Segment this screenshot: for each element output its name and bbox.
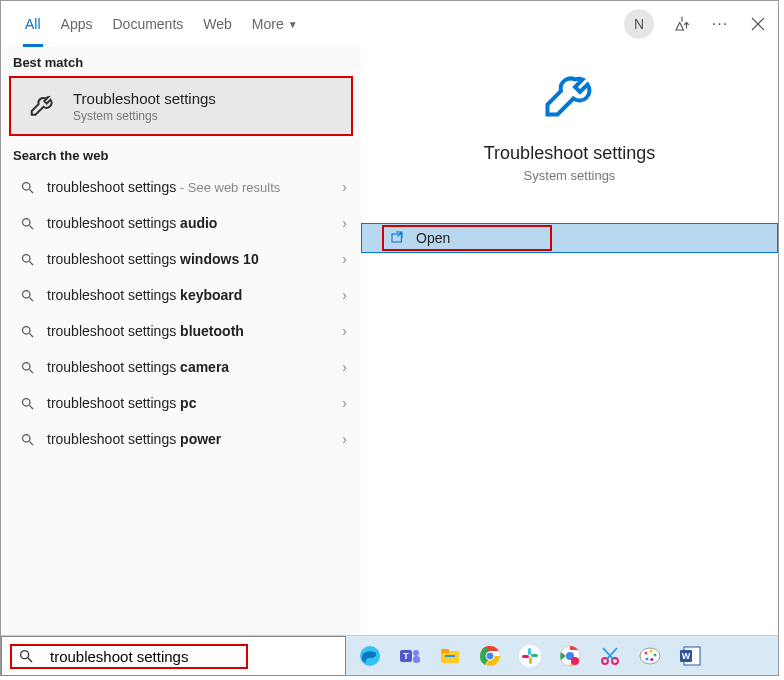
taskbar: T W	[346, 636, 778, 675]
svg-line-3	[29, 189, 33, 193]
taskbar-teams-icon[interactable]: T	[394, 640, 426, 672]
search-icon	[15, 360, 39, 375]
search-box[interactable]	[1, 636, 346, 676]
svg-line-15	[29, 405, 33, 409]
svg-line-13	[29, 369, 33, 373]
preview-panel: Troubleshoot settings System settings Op…	[361, 47, 778, 635]
search-icon	[18, 648, 34, 664]
svg-rect-18	[392, 234, 401, 242]
web-result-item[interactable]: troubleshoot settings power ›	[1, 421, 361, 457]
window-controls: N ···	[624, 9, 768, 39]
chevron-right-icon: ›	[342, 431, 347, 447]
web-result-item[interactable]: troubleshoot settings - See web results …	[1, 169, 361, 205]
search-tabs: All Apps Documents Web More▼ N ···	[1, 1, 778, 47]
web-result-label: troubleshoot settings audio	[47, 215, 342, 231]
svg-point-12	[22, 362, 30, 370]
tab-documents-label: Documents	[112, 16, 183, 32]
tab-web[interactable]: Web	[193, 1, 242, 47]
web-result-item[interactable]: troubleshoot settings bluetooth ›	[1, 313, 361, 349]
user-avatar[interactable]: N	[624, 9, 654, 39]
svg-point-40	[571, 657, 579, 665]
close-icon[interactable]	[748, 14, 768, 34]
tab-apps[interactable]: Apps	[51, 1, 103, 47]
web-result-item[interactable]: troubleshoot settings camera ›	[1, 349, 361, 385]
svg-point-46	[645, 651, 648, 654]
svg-rect-36	[529, 657, 532, 664]
taskbar-edge-icon[interactable]	[354, 640, 386, 672]
tab-all-label: All	[25, 16, 41, 32]
web-result-item[interactable]: troubleshoot settings audio ›	[1, 205, 361, 241]
taskbar-slack-icon[interactable]	[514, 640, 546, 672]
svg-rect-28	[445, 655, 455, 657]
preview-subtitle: System settings	[524, 168, 616, 183]
chevron-right-icon: ›	[342, 359, 347, 375]
taskbar-word-icon[interactable]: W	[674, 640, 706, 672]
best-match-title: Troubleshoot settings	[73, 90, 337, 107]
open-button[interactable]: Open	[361, 223, 778, 253]
best-match-result[interactable]: Troubleshoot settings System settings	[9, 76, 353, 136]
web-result-label: troubleshoot settings windows 10	[47, 251, 342, 267]
tab-more[interactable]: More▼	[242, 1, 308, 47]
taskbar-files-icon[interactable]	[434, 640, 466, 672]
results-panel: Best match Troubleshoot settings System …	[1, 47, 361, 635]
svg-text:T: T	[403, 651, 409, 661]
search-web-heading: Search the web	[1, 140, 361, 169]
web-result-item[interactable]: troubleshoot settings windows 10 ›	[1, 241, 361, 277]
tab-all[interactable]: All	[15, 1, 51, 47]
svg-point-47	[650, 649, 653, 652]
taskbar-paint-icon[interactable]	[634, 640, 666, 672]
web-result-label: troubleshoot settings - See web results	[47, 179, 342, 195]
chevron-right-icon: ›	[342, 251, 347, 267]
tab-documents[interactable]: Documents	[102, 1, 193, 47]
svg-line-5	[29, 225, 33, 229]
search-icon	[15, 216, 39, 231]
web-result-item[interactable]: troubleshoot settings keyboard ›	[1, 277, 361, 313]
web-result-label: troubleshoot settings camera	[47, 359, 342, 375]
svg-text:W: W	[682, 651, 691, 661]
svg-rect-25	[413, 656, 420, 663]
taskbar-chrome2-icon[interactable]	[554, 640, 586, 672]
web-result-item[interactable]: troubleshoot settings pc ›	[1, 385, 361, 421]
svg-point-14	[22, 398, 30, 406]
svg-point-6	[22, 254, 30, 262]
search-icon	[15, 252, 39, 267]
open-label: Open	[416, 230, 450, 246]
taskbar-chrome-icon[interactable]	[474, 640, 506, 672]
preview-title: Troubleshoot settings	[484, 143, 655, 164]
search-icon	[15, 180, 39, 195]
svg-point-19	[21, 651, 29, 659]
svg-rect-27	[441, 649, 449, 653]
search-icon	[15, 432, 39, 447]
chevron-right-icon: ›	[342, 179, 347, 195]
svg-point-16	[22, 434, 30, 442]
tab-web-label: Web	[203, 16, 232, 32]
chevron-right-icon: ›	[342, 287, 347, 303]
user-initial: N	[634, 16, 644, 32]
svg-line-11	[29, 333, 33, 337]
chevron-right-icon: ›	[342, 215, 347, 231]
feedback-icon[interactable]	[672, 14, 692, 34]
tab-more-label: More	[252, 16, 284, 32]
more-options-icon[interactable]: ···	[710, 14, 730, 34]
web-result-label: troubleshoot settings pc	[47, 395, 342, 411]
chevron-right-icon: ›	[342, 395, 347, 411]
best-match-subtitle: System settings	[73, 109, 337, 123]
search-input[interactable]	[50, 648, 240, 665]
svg-rect-35	[531, 654, 538, 657]
svg-point-49	[646, 657, 649, 660]
svg-line-7	[29, 261, 33, 265]
taskbar-snip-icon[interactable]	[594, 640, 626, 672]
chevron-down-icon: ▼	[288, 19, 298, 30]
open-icon	[390, 230, 406, 246]
search-icon	[15, 324, 39, 339]
web-result-label: troubleshoot settings keyboard	[47, 287, 342, 303]
svg-line-20	[28, 658, 32, 662]
wrench-icon	[25, 88, 61, 124]
wrench-icon	[540, 67, 600, 127]
svg-point-2	[22, 182, 30, 190]
svg-point-24	[413, 650, 419, 656]
svg-rect-34	[528, 648, 531, 655]
search-icon	[15, 396, 39, 411]
svg-point-4	[22, 218, 30, 226]
svg-point-48	[654, 653, 657, 656]
